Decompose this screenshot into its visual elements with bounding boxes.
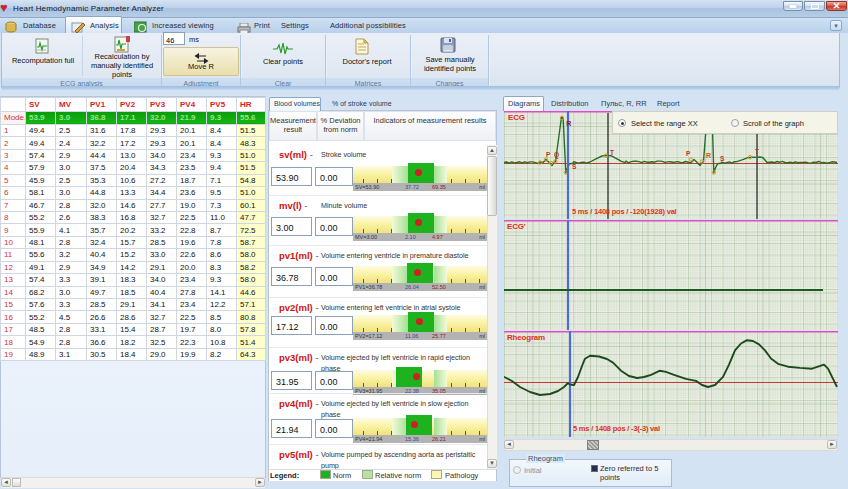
svg-text:R: R bbox=[566, 120, 571, 127]
svg-text:T: T bbox=[755, 148, 759, 155]
svg-text:Q: Q bbox=[554, 151, 559, 159]
svg-text:P: P bbox=[546, 151, 551, 158]
svg-text:P: P bbox=[686, 150, 691, 157]
svg-text:R: R bbox=[706, 152, 711, 159]
svg-text:T: T bbox=[610, 149, 614, 156]
svg-text:S: S bbox=[572, 163, 577, 170]
svg-text:S: S bbox=[720, 155, 725, 162]
